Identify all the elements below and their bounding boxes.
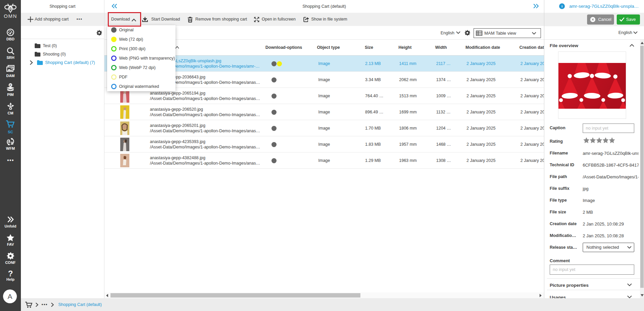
svg-text:P: P	[9, 84, 11, 87]
